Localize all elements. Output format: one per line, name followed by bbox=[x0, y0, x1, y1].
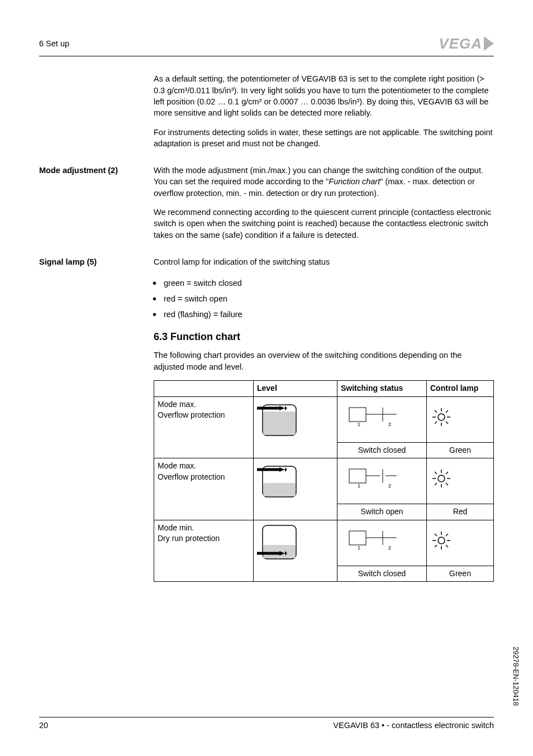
svg-text:2: 2 bbox=[388, 422, 391, 427]
switch-open-icon: 1 2 bbox=[337, 458, 427, 504]
signal-lamp-list: green = switch closed red = switch open … bbox=[154, 275, 494, 322]
lamp-on-icon bbox=[427, 396, 494, 442]
paragraph-mode-adjustment: With the mode adjustment (min./max.) you… bbox=[154, 165, 494, 199]
col-blank bbox=[154, 381, 254, 397]
table-row: Mode max. Overflow protection bbox=[154, 458, 494, 504]
mode-adjustment-label: Mode adjustment (2) bbox=[39, 165, 154, 248]
page-number: 20 bbox=[39, 720, 48, 731]
level-high-icon bbox=[254, 396, 337, 458]
svg-point-27 bbox=[438, 475, 445, 482]
table-header-row: Level Switching status Control lamp bbox=[154, 381, 494, 397]
signal-lamp-label: Signal lamp (5) bbox=[39, 256, 154, 582]
table-row: Mode max. Overflow protection bbox=[154, 396, 494, 442]
switch-label: Switch open bbox=[337, 504, 427, 520]
svg-point-9 bbox=[438, 414, 445, 420]
lamp-label: Green bbox=[427, 442, 494, 458]
lamp-label: Green bbox=[427, 566, 494, 582]
mode-cell: Mode max. Overflow protection bbox=[154, 458, 254, 520]
list-item: red = switch open bbox=[164, 291, 494, 307]
brand-logo: VEGA bbox=[439, 34, 494, 54]
svg-text:1: 1 bbox=[358, 483, 360, 489]
svg-rect-21 bbox=[349, 469, 366, 483]
svg-rect-19 bbox=[263, 483, 296, 496]
switch-closed-icon: 1 2 bbox=[337, 520, 427, 566]
svg-point-45 bbox=[438, 537, 445, 544]
paragraph-chart-intro: The following chart provides an overview… bbox=[154, 350, 494, 372]
svg-line-51 bbox=[446, 545, 448, 547]
svg-rect-3 bbox=[349, 408, 366, 422]
product-name: VEGAVIB 63 • - contactless electronic sw… bbox=[333, 720, 494, 731]
list-item: red (flashing) = failure bbox=[164, 307, 494, 322]
function-chart-table: Level Switching status Control lamp Mode… bbox=[154, 380, 494, 582]
svg-line-15 bbox=[446, 422, 448, 424]
lamp-label: Red bbox=[427, 504, 494, 520]
switch-label: Switch closed bbox=[337, 442, 427, 458]
list-item: green = switch closed bbox=[164, 275, 494, 291]
lamp-on-icon bbox=[427, 520, 494, 566]
level-mid-icon bbox=[254, 458, 337, 520]
svg-text:2: 2 bbox=[388, 483, 391, 489]
svg-line-52 bbox=[446, 534, 448, 536]
svg-line-32 bbox=[435, 472, 437, 474]
svg-text:1: 1 bbox=[358, 422, 360, 427]
paragraph-control-lamp: Control lamp for indication of the switc… bbox=[154, 256, 494, 267]
doc-code: 29278-EN-120418 bbox=[511, 647, 521, 706]
switch-label: Switch closed bbox=[337, 566, 427, 582]
svg-line-35 bbox=[435, 483, 437, 485]
paragraph-default-setting: As a default setting, the potentiometer … bbox=[154, 73, 494, 118]
paragraph-solids-in-water: For instruments detecting solids in wate… bbox=[154, 127, 494, 150]
col-switching: Switching status bbox=[337, 381, 427, 397]
section-label: 6 Set up bbox=[39, 38, 69, 49]
switch-closed-icon: 1 2 bbox=[337, 396, 427, 442]
col-lamp: Control lamp bbox=[427, 381, 494, 397]
mode-cell: Mode min. Dry run protection bbox=[154, 520, 254, 582]
section-heading: 6.3 Function chart bbox=[154, 330, 494, 344]
paragraph-quiescent: We recommend connecting according to the… bbox=[154, 207, 494, 241]
svg-line-34 bbox=[446, 472, 448, 474]
svg-line-14 bbox=[435, 410, 437, 413]
table-row: Mode min. Dry run protection bbox=[154, 520, 494, 566]
logo-triangle-icon bbox=[484, 36, 494, 51]
page-footer: 20 VEGAVIB 63 • - contactless electronic… bbox=[39, 717, 494, 731]
svg-rect-39 bbox=[349, 531, 366, 545]
svg-line-16 bbox=[446, 410, 448, 413]
page-header: 6 Set up VEGA bbox=[39, 34, 494, 56]
svg-rect-1 bbox=[263, 412, 296, 435]
svg-line-17 bbox=[435, 422, 437, 424]
svg-line-50 bbox=[435, 534, 437, 536]
mode-cell: Mode max. Overflow protection bbox=[154, 396, 254, 458]
col-level: Level bbox=[254, 381, 337, 397]
logo-text: VEGA bbox=[439, 34, 482, 54]
svg-text:2: 2 bbox=[388, 545, 391, 551]
svg-line-53 bbox=[435, 545, 437, 547]
svg-text:1: 1 bbox=[358, 545, 360, 551]
svg-line-33 bbox=[446, 483, 448, 485]
lamp-on-icon bbox=[427, 458, 494, 504]
level-low-icon bbox=[254, 520, 337, 582]
